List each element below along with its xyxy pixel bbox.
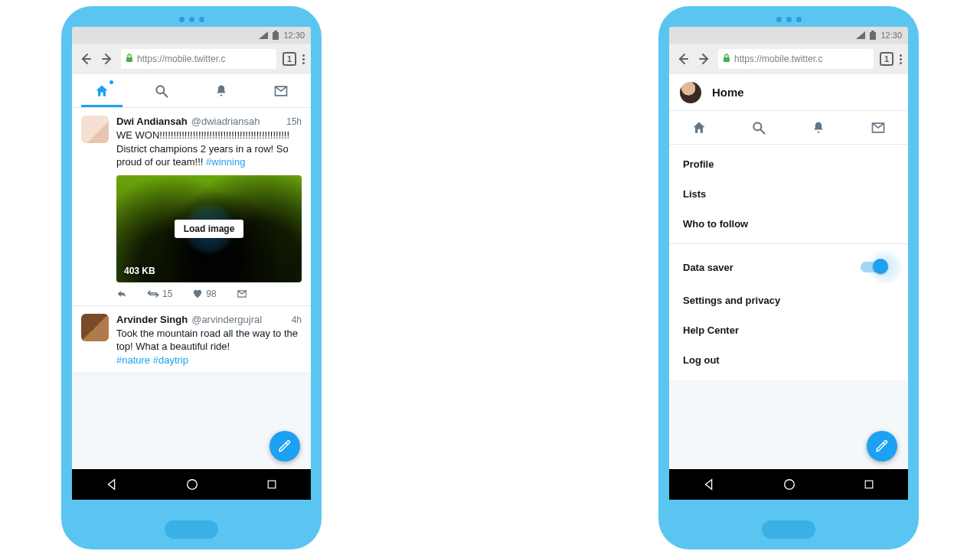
url-bar[interactable]: https://mobile.twitter.c [121, 49, 276, 69]
tweet-author[interactable]: Arvinder Singh [116, 314, 188, 325]
battery-icon [870, 31, 876, 40]
browser-menu-icon[interactable] [302, 54, 305, 64]
profile-avatar[interactable] [680, 82, 701, 103]
menu-item-logout[interactable]: Log out [669, 345, 908, 375]
like-count: 98 [206, 289, 216, 299]
screen-right: 12:30 https://mobile.twitter.c 1 Home [669, 27, 908, 500]
phone-home-button [762, 520, 815, 539]
menu-item-lists[interactable]: Lists [669, 179, 908, 209]
nav-recent-icon[interactable] [863, 478, 875, 491]
nav-home-icon[interactable] [185, 478, 199, 491]
lock-icon [723, 54, 730, 65]
data-saver-toggle[interactable] [861, 258, 894, 276]
svg-rect-10 [870, 32, 876, 40]
tab-count[interactable]: 1 [880, 52, 893, 66]
signal-icon [259, 31, 268, 39]
svg-line-15 [761, 129, 765, 133]
svg-rect-9 [871, 31, 874, 32]
svg-line-6 [164, 93, 168, 96]
phone-home-button [165, 520, 218, 539]
svg-rect-17 [865, 481, 873, 488]
status-bar: 12:30 [669, 27, 908, 44]
dm-button[interactable] [237, 289, 247, 299]
menu-section: Data saver Settings and privacy Help Cen… [669, 244, 908, 380]
nav-back-icon[interactable] [702, 478, 716, 491]
phone-right: 12:30 https://mobile.twitter.c 1 Home [658, 6, 919, 549]
like-button[interactable]: 98 [192, 289, 216, 299]
avatar[interactable] [81, 314, 109, 341]
svg-rect-4 [126, 57, 132, 62]
phone-speaker [669, 17, 908, 22]
tweet[interactable]: Dwi Andiansah @dwiadriansah 15h WE WON!!… [72, 108, 311, 306]
url-text: https://mobile.twitter.c [137, 54, 225, 64]
svg-point-7 [188, 480, 198, 490]
compose-fab[interactable] [270, 431, 300, 461]
menu-item-profile[interactable]: Profile [669, 149, 908, 179]
svg-rect-0 [274, 31, 277, 32]
screen-left: 12:30 https://mobile.twitter.c 1 [72, 27, 311, 500]
tweet-text: Took the mountain road all the way to th… [116, 327, 302, 367]
twitter-tabs [669, 111, 908, 145]
android-navbar [669, 469, 908, 500]
forward-button[interactable] [697, 51, 712, 67]
signal-icon [856, 31, 865, 39]
page-title: Home [712, 86, 744, 99]
browser-chrome: https://mobile.twitter.c 1 [669, 44, 908, 74]
tab-messages[interactable] [848, 111, 908, 144]
back-button[interactable] [78, 51, 93, 67]
nav-back-icon[interactable] [105, 478, 119, 491]
browser-menu-icon[interactable] [900, 54, 902, 64]
phone-speaker [72, 17, 311, 22]
tab-home[interactable] [669, 111, 729, 144]
tweet-text: WE WON!!!!!!!!!!!!!!!!!!!!!!!!!!!!!!!!!!… [116, 129, 302, 169]
hashtag[interactable]: #nature #daytrip [116, 354, 188, 366]
tweet-author[interactable]: Dwi Andiansah [116, 116, 188, 127]
tab-search[interactable] [729, 111, 789, 144]
url-bar[interactable]: https://mobile.twitter.c [718, 49, 874, 69]
status-bar: 12:30 [72, 27, 311, 44]
avatar[interactable] [81, 116, 109, 143]
tab-home[interactable] [72, 74, 132, 107]
status-time: 12:30 [283, 31, 305, 40]
tab-notifications[interactable] [191, 74, 251, 107]
tweet-handle[interactable]: @arvindergujral [191, 314, 262, 325]
tab-messages[interactable] [251, 74, 311, 107]
status-time: 12:30 [880, 31, 902, 40]
svg-rect-1 [273, 32, 279, 40]
retweet-count: 15 [162, 289, 172, 299]
browser-chrome: https://mobile.twitter.c 1 [72, 44, 311, 74]
tweet-handle[interactable]: @dwiadriansah [191, 116, 260, 127]
menu-item-data-saver[interactable]: Data saver [669, 249, 908, 285]
android-navbar [72, 469, 311, 500]
reply-button[interactable] [116, 289, 127, 299]
tab-home-dot [109, 80, 113, 84]
feed: Dwi Andiansah @dwiadriansah 15h WE WON!!… [72, 108, 311, 373]
nav-home-icon[interactable] [782, 478, 796, 491]
menu-item-settings[interactable]: Settings and privacy [669, 285, 908, 315]
back-button[interactable] [675, 51, 691, 67]
tweet-actions: 15 98 [116, 289, 302, 299]
battery-icon [273, 31, 279, 40]
home-header: Home [669, 74, 908, 111]
twitter-tabs [72, 74, 311, 108]
phone-left: 12:30 https://mobile.twitter.c 1 [61, 6, 322, 549]
compose-fab[interactable] [867, 431, 897, 461]
menu: Profile Lists Who to follow Data saver S… [669, 145, 908, 380]
tweet[interactable]: Arvinder Singh @arvindergujral 4h Took t… [72, 306, 311, 374]
tab-notifications[interactable] [789, 111, 848, 144]
lock-icon [126, 54, 133, 65]
tweet-time: 4h [292, 315, 302, 325]
tab-count[interactable]: 1 [283, 52, 296, 66]
retweet-button[interactable]: 15 [147, 289, 172, 299]
menu-item-who-to-follow[interactable]: Who to follow [669, 209, 908, 239]
nav-recent-icon[interactable] [266, 478, 278, 491]
svg-rect-13 [724, 57, 730, 62]
forward-button[interactable] [100, 51, 115, 67]
tab-search[interactable] [132, 74, 191, 107]
tweet-media[interactable]: Load image 403 KB [116, 175, 302, 282]
load-image-button[interactable]: Load image [175, 220, 244, 238]
hashtag[interactable]: #winning [206, 156, 245, 168]
menu-item-help[interactable]: Help Center [669, 315, 908, 345]
menu-section: Profile Lists Who to follow [669, 145, 908, 244]
tweet-time: 15h [286, 116, 302, 127]
